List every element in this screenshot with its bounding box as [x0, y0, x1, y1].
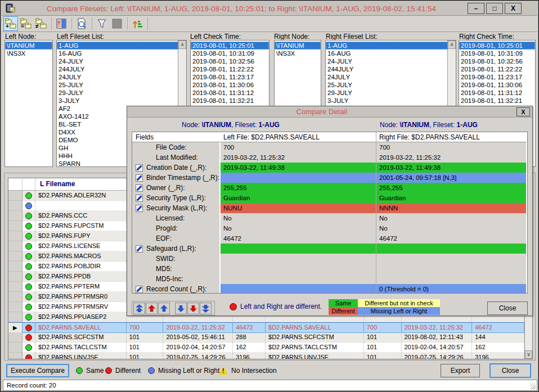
list-item[interactable]: 2019-08-01, 11:31:12 — [191, 89, 269, 97]
list-item[interactable]: \NS3X — [275, 49, 321, 57]
field-checked-icon[interactable] — [136, 195, 143, 202]
main-close-button[interactable]: Close — [489, 363, 531, 378]
list-item[interactable]: 3-JULY — [326, 97, 456, 105]
export-button[interactable]: Export — [441, 364, 480, 377]
list-item[interactable]: 1-AUG — [57, 42, 186, 49]
field-checked-icon[interactable] — [136, 164, 143, 172]
list-item[interactable]: 2019-08-01, 10:31:09 — [459, 49, 535, 57]
close-button[interactable]: X — [505, 3, 522, 14]
cell-r-code: 101 — [364, 332, 402, 343]
list-item[interactable]: \NS3X — [5, 49, 52, 57]
list-item[interactable]: 16-AUG — [326, 49, 456, 57]
first-diff-up-icon[interactable] — [133, 303, 145, 314]
preview-icon[interactable] — [74, 16, 89, 31]
compare-notequal-icon[interactable]: ≠ — [34, 16, 48, 31]
cell-r-eof: 3196 — [472, 353, 524, 359]
compare-filesets-icon[interactable]: + — [3, 16, 18, 31]
list-item[interactable]: \ITANIUM — [275, 42, 321, 49]
cell-l-filename: $D2.PARNS.SAVEALL — [35, 323, 127, 333]
list-item[interactable]: 2019-08-01, 11:30:06 — [459, 81, 535, 89]
cell-l-modified: 2019-05-02, 15:46:11 — [163, 332, 233, 343]
list-item[interactable]: 2019-08-01, 10:32:56 — [459, 57, 535, 65]
table-row[interactable]: $D2.PARNS.UNVJSE1012019-07-25, 14:29:263… — [8, 353, 524, 359]
field-checked-icon[interactable] — [136, 205, 143, 212]
row-status-cell — [23, 343, 35, 353]
list-item[interactable]: 2019-08-01, 11:23:17 — [191, 73, 269, 81]
list-item[interactable]: 2019-08-01, 11:30:06 — [191, 81, 269, 89]
left-file-value — [221, 173, 376, 183]
filter-icon[interactable] — [95, 16, 109, 31]
list-item[interactable]: 24JULY — [326, 73, 456, 81]
list-item[interactable]: 16-AUG — [57, 49, 186, 57]
field-checked-icon[interactable] — [136, 245, 143, 253]
compare-equal-icon[interactable]: = — [19, 16, 33, 31]
dialog-node-info: Node: \ITANIUM, Fileset: 1-AUG Node: \IT… — [132, 121, 528, 129]
cell-r-modified: 2019-08-02, 12:11:43 — [402, 332, 473, 343]
field-label: Security Type (L,R): — [132, 193, 221, 203]
list-item[interactable]: 25-JULY — [57, 81, 186, 89]
list-item[interactable]: 2019-08-01, 11:32:21 — [191, 97, 269, 105]
list-item[interactable]: 2019-08-01, 10:25:01 — [459, 42, 535, 49]
dialog-close-button[interactable]: Close — [487, 301, 528, 315]
maximize-button[interactable]: □ — [486, 3, 503, 14]
scroll-down-icon[interactable]: ∨ — [525, 350, 532, 359]
different-dot-icon — [25, 325, 32, 331]
left-file-value: 2019-03-22, 11:49:38 — [221, 163, 376, 173]
right-node-label: Right Node: — [274, 33, 309, 40]
list-item[interactable]: 2019-08-01, 10:31:09 — [191, 49, 269, 57]
minimize-button[interactable]: – — [468, 3, 484, 14]
dialog-close-icon[interactable]: X — [516, 107, 530, 116]
list-item[interactable]: 1-AUG — [326, 42, 456, 49]
list-item[interactable]: 25-JULY — [326, 81, 456, 89]
list-item[interactable]: 29-JULY — [57, 89, 186, 97]
left-node-list[interactable]: \ITANIUM\NS3X — [5, 40, 53, 167]
list-item[interactable]: 3-JULY — [57, 97, 186, 105]
table-row[interactable]: $D2.PARNS.SCFCSTM1012019-05-02, 15:46:11… — [8, 332, 524, 343]
table-row[interactable]: ▶$D2.PARNS.SAVEALL7002019-03-22, 11:25:3… — [8, 322, 524, 332]
right-file-value: 46472 — [376, 233, 526, 244]
field-label: MD5: — [132, 264, 221, 274]
list-item[interactable]: 244JULY — [326, 65, 456, 73]
sort-ascending-icon[interactable] — [130, 16, 145, 31]
l-filename-column-header[interactable]: L Filename — [35, 178, 127, 190]
prev-diff-up-icon[interactable] — [146, 303, 158, 314]
table-row[interactable]: $D2.PARNS.TACLCSTM1012019-02-04, 14:20:5… — [8, 343, 524, 353]
list-item[interactable]: 2019-08-01, 11:32:21 — [459, 97, 535, 105]
options-checklist-icon[interactable] — [54, 16, 69, 31]
prev-row-up-icon[interactable] — [158, 303, 170, 314]
marker-column-header — [8, 178, 23, 190]
list-item[interactable]: 24-JULY — [57, 57, 186, 65]
list-item[interactable]: 2019-08-01, 11:23:17 — [459, 73, 535, 81]
right-file-value — [376, 254, 526, 264]
list-item[interactable]: 2019-08-01, 10:25:01 — [191, 42, 269, 49]
list-item[interactable]: 244JULY — [57, 65, 186, 73]
list-item[interactable]: 24JULY — [57, 73, 186, 81]
list-item[interactable]: \ITANIUM — [5, 42, 52, 49]
right-file-value: NNNN — [376, 203, 526, 213]
cell-r-filename: $D2.PARNS.UNVJSE — [266, 353, 364, 359]
list-item[interactable]: 2019-08-01, 11:22:22 — [191, 65, 269, 73]
cell-r-filename: $D2.PARNS.SAVEALL — [266, 323, 364, 333]
field-checked-icon[interactable] — [136, 184, 143, 192]
field-checked-icon[interactable] — [136, 174, 143, 182]
list-item[interactable]: 29-JULY — [326, 89, 456, 97]
list-item[interactable]: 24-JULY — [326, 57, 456, 65]
left-file-value — [221, 244, 376, 254]
scroll-up-icon[interactable]: ∧ — [448, 40, 456, 49]
cell-l-code: 101 — [127, 343, 164, 353]
next-row-down-icon[interactable] — [175, 303, 187, 314]
detail-row: MD5-Inc: — [132, 274, 527, 284]
field-checked-icon[interactable] — [136, 286, 143, 293]
cell-l-eof: 46472 — [233, 323, 266, 333]
left-file-value: NUNU — [221, 203, 376, 213]
list-item[interactable]: 2019-08-01, 10:32:56 — [191, 57, 269, 65]
scroll-up-icon[interactable]: ∧ — [178, 40, 186, 49]
list-item[interactable]: 2019-08-01, 11:22:22 — [459, 65, 535, 73]
row-marker — [8, 343, 23, 353]
list-item[interactable]: 2019-08-01, 11:31:12 — [459, 89, 535, 97]
next-diff-down-icon[interactable] — [187, 303, 199, 314]
legend-different-cell: Different — [329, 307, 358, 315]
cell-r-modified: 2019-07-25, 14:29:26 — [402, 353, 473, 359]
execute-compare-button[interactable]: Execute Compare — [6, 364, 69, 377]
last-diff-down-icon[interactable] — [200, 303, 212, 314]
